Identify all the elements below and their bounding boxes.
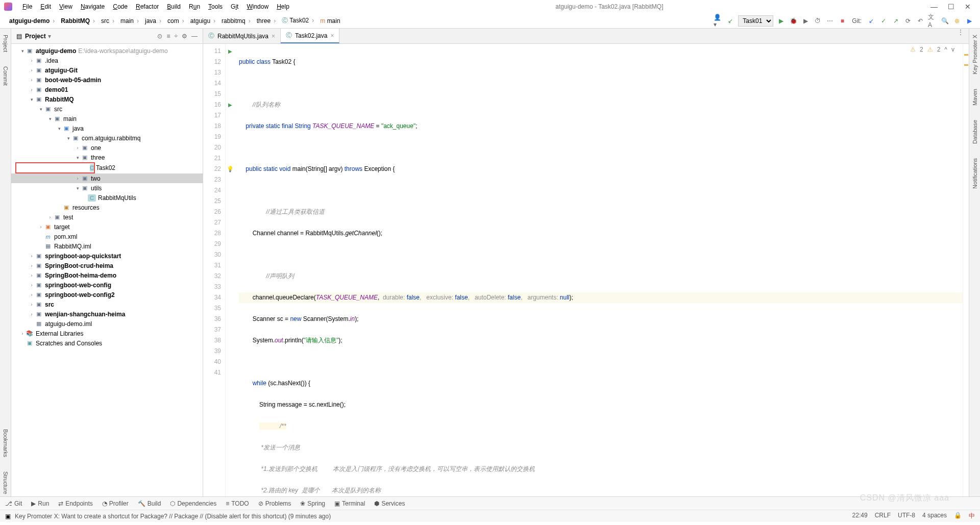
run-config-select[interactable]: Task01	[738, 15, 773, 27]
menu-code[interactable]: Code	[109, 1, 132, 12]
run-icon[interactable]: ▶	[776, 16, 786, 26]
tree-test[interactable]: ›▣test	[11, 212, 203, 222]
btool-services[interactable]: ⬢ Services	[374, 500, 405, 507]
tree-demo01[interactable]: ›▣demo01	[11, 85, 203, 94]
crumb-module[interactable]: RabbitMQ	[58, 16, 98, 26]
ide-update-icon[interactable]: ⊕	[952, 16, 962, 26]
gutter-notifications[interactable]: Notifications	[972, 156, 978, 191]
menu-git[interactable]: Git	[227, 1, 242, 12]
gutter-commit[interactable]: Commit	[3, 64, 9, 88]
menu-tools[interactable]: Tools	[204, 1, 227, 12]
code-with-me-icon[interactable]: ▶	[965, 16, 974, 26]
tree-extlib[interactable]: ›📚External Libraries	[11, 329, 203, 338]
crumb-atguigu[interactable]: atguigu	[187, 16, 218, 26]
crumb-root[interactable]: atguigu-demo	[6, 16, 58, 26]
tree-rmqutils[interactable]: CRabbitMqUtils	[11, 193, 203, 203]
close-icon[interactable]: ✕	[960, 3, 976, 11]
expand-icon[interactable]: ≡	[166, 33, 170, 40]
btool-spring[interactable]: ❀ Spring	[300, 500, 325, 507]
btool-deps[interactable]: ⬡ Dependencies	[170, 500, 216, 507]
coverage-icon[interactable]: ▶	[801, 16, 810, 26]
status-line-sep[interactable]: CRLF	[875, 512, 891, 520]
status-indent[interactable]: 4 spaces	[922, 512, 947, 520]
push-icon[interactable]: ↗	[891, 16, 900, 26]
maximize-icon[interactable]: ☐	[943, 3, 960, 11]
warning-icon[interactable]: ⚠	[910, 46, 916, 53]
btool-run[interactable]: ▶ Run	[31, 500, 49, 507]
menu-window[interactable]: Window	[242, 1, 273, 12]
crumb-main[interactable]: main	[117, 16, 142, 26]
status-readonly-icon[interactable]: 🔒	[954, 512, 962, 520]
tab-rabbitmqutils[interactable]: ⒸRabbitMqUtils.java×	[203, 29, 281, 43]
translate-icon[interactable]: 文A	[928, 16, 937, 26]
crumb-three[interactable]: three	[254, 16, 279, 26]
weak-warning-icon[interactable]: ⚠	[927, 46, 933, 53]
tree-wenjian[interactable]: ›▣wenjian-shangchuan-heima	[11, 309, 203, 319]
crumb-method[interactable]: m main	[317, 16, 346, 26]
btool-profiler[interactable]: ◔ Profiler	[102, 500, 129, 507]
crumb-src[interactable]: src	[98, 16, 117, 26]
tab-task02[interactable]: ⒸTask02.java×	[281, 29, 339, 43]
code-inspection-badges[interactable]: ⚠2 ⚠2 ^v	[910, 46, 954, 53]
tree-java[interactable]: ▾▣java	[11, 123, 203, 133]
btool-problems[interactable]: ⊘ Problems	[258, 500, 291, 507]
tree-idea[interactable]: ›▣.idea	[11, 56, 203, 65]
gutter-database[interactable]: Database	[972, 118, 978, 146]
select-open-icon[interactable]: ⊙	[157, 33, 162, 40]
menu-edit[interactable]: Edit	[36, 1, 55, 12]
menu-refactor[interactable]: Refactor	[132, 1, 163, 12]
gutter-bookmarks[interactable]: Bookmarks	[3, 427, 9, 459]
tree-sb-web1[interactable]: ›▣springboot-web-config	[11, 280, 203, 290]
tree-utils[interactable]: ▾▣utils	[11, 183, 203, 193]
crumb-class[interactable]: Ⓒ Task02	[279, 15, 317, 26]
tree-task02[interactable]: CTask02	[15, 162, 95, 173]
profile-icon[interactable]: ⏱	[813, 16, 822, 26]
tree-one[interactable]: ›▣one	[11, 143, 203, 153]
tree-root[interactable]: ▾▣atguigu-demoE:\idea-workspace\atguigu-…	[11, 46, 203, 56]
project-tree[interactable]: ▾▣atguigu-demoE:\idea-workspace\atguigu-…	[11, 44, 203, 496]
tree-src2[interactable]: ›▣src	[11, 299, 203, 309]
menu-view[interactable]: View	[55, 1, 77, 12]
crumb-com[interactable]: com	[164, 16, 187, 26]
code-editor[interactable]: public class Task02 { //队列名称 private sta…	[235, 44, 963, 496]
commit-icon[interactable]: ✓	[879, 16, 888, 26]
tree-iml[interactable]: ▦RabbitMQ.iml	[11, 241, 203, 251]
tree-resources[interactable]: ▣resources	[11, 203, 203, 212]
tree-scratches[interactable]: ▣Scratches and Consoles	[11, 338, 203, 348]
status-icon[interactable]: ▣	[5, 513, 11, 520]
tabs-more-icon[interactable]: ⋮	[952, 29, 969, 43]
gutter-keypromoter[interactable]: Key Promoter X	[972, 33, 978, 77]
stop-icon[interactable]: ■	[838, 16, 847, 26]
tree-src[interactable]: ▾▣src	[11, 104, 203, 114]
tree-three[interactable]: ▾▣three	[11, 153, 203, 162]
tab-close-icon[interactable]: ×	[272, 33, 275, 40]
tree-sb-heima[interactable]: ›▣SpringBoot-heima-demo	[11, 270, 203, 280]
tree-boot-web[interactable]: ›▣boot-web-05-admin	[11, 75, 203, 85]
settings-icon[interactable]: ⚙	[182, 33, 187, 40]
attach-icon[interactable]: ⋯	[825, 16, 835, 26]
tree-two[interactable]: ›▣two	[11, 173, 203, 183]
project-title[interactable]: Project	[25, 33, 46, 40]
tree-root-iml[interactable]: ▦atguigu-demo.iml	[11, 319, 203, 329]
overview-ruler[interactable]	[963, 44, 969, 496]
status-encoding[interactable]: UTF-8	[898, 512, 915, 520]
tree-rabbitmq[interactable]: ▾▣RabbitMQ	[11, 94, 203, 104]
crumb-rabbitmq[interactable]: rabbitmq	[218, 16, 254, 26]
btool-todo[interactable]: ≡ TODO	[226, 500, 249, 507]
btool-build[interactable]: 🔨 Build	[138, 500, 161, 507]
search-icon[interactable]: 🔍	[940, 16, 949, 26]
tree-pom[interactable]: mpom.xml	[11, 232, 203, 241]
btool-endpoints[interactable]: ⇄ Endpoints	[58, 500, 92, 507]
rollback-icon[interactable]: ↶	[916, 16, 925, 26]
tree-main[interactable]: ▾▣main	[11, 114, 203, 123]
crumb-java[interactable]: java	[142, 16, 164, 26]
tree-package[interactable]: ▾▣com.atguigu.rabbitmq	[11, 133, 203, 143]
tree-target[interactable]: ›▣target	[11, 222, 203, 232]
gutter-annotations[interactable]: ▶▶💡	[226, 44, 235, 496]
debug-icon[interactable]: 🐞	[789, 16, 798, 26]
tree-sb-crud[interactable]: ›▣SpringBoot-crud-heima	[11, 261, 203, 270]
tab-close-icon[interactable]: ×	[330, 32, 334, 39]
tree-sb-web2[interactable]: ›▣springboot-web-config2	[11, 290, 203, 299]
collapse-icon[interactable]: ÷	[174, 33, 178, 40]
menu-run[interactable]: Run	[185, 1, 204, 12]
